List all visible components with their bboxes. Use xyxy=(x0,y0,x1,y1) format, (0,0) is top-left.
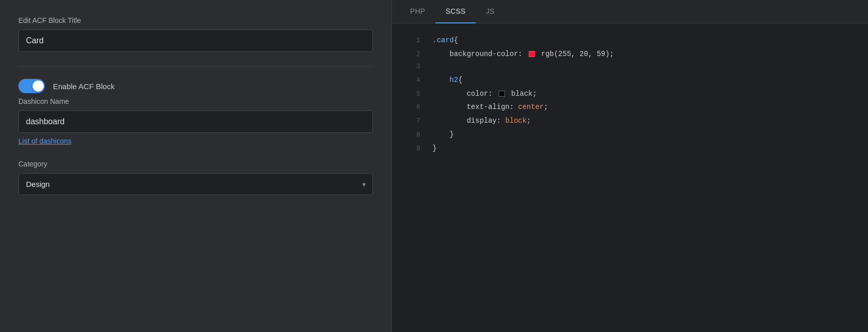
title-field-group: Edit ACF Block Title xyxy=(18,16,373,52)
line-number: 9 xyxy=(402,143,420,155)
line-number: 7 xyxy=(402,115,420,128)
code-line-4: 4 h2{ xyxy=(392,73,868,87)
line-number: 2 xyxy=(402,48,420,61)
toggle-label: Enable ACF Block xyxy=(53,82,115,91)
line-number: 1 xyxy=(402,35,420,47)
color-swatch-black xyxy=(499,91,505,97)
tab-js[interactable]: JS xyxy=(476,0,505,23)
tab-scss[interactable]: SCSS xyxy=(436,0,476,23)
dashicon-label: Dashicon Name xyxy=(18,97,373,105)
tab-php[interactable]: PHP xyxy=(400,0,436,23)
line-number: 5 xyxy=(402,88,420,101)
line-content: display: block; xyxy=(432,114,858,128)
code-line-9: 9 } xyxy=(392,142,868,155)
toggle-thumb xyxy=(33,80,44,92)
category-field-group: Category Design Common Formatting Layout… xyxy=(18,160,373,195)
editor-body: 1 .card{ 2 background-color: rgb(255, 20… xyxy=(392,23,868,332)
editor-tabs: PHP SCSS JS xyxy=(392,0,868,23)
dashicon-link[interactable]: List of dashicons xyxy=(18,137,71,145)
code-line-2: 2 background-color: rgb(255, 20, 59); xyxy=(392,47,868,61)
code-line-7: 7 display: block; xyxy=(392,114,868,128)
line-content: color: black; xyxy=(432,87,858,101)
category-label: Category xyxy=(18,160,373,168)
code-line-5: 5 color: black; xyxy=(392,87,868,101)
category-select-wrapper: Design Common Formatting Layout Widgets … xyxy=(18,173,373,195)
line-number: 3 xyxy=(402,61,420,73)
toggle-row: Enable ACF Block xyxy=(18,79,373,93)
code-line-3: 3 xyxy=(392,61,868,73)
line-content: } xyxy=(432,128,858,142)
enable-toggle[interactable] xyxy=(18,79,45,93)
line-content: .card{ xyxy=(432,34,858,47)
line-content: background-color: rgb(255, 20, 59); xyxy=(432,47,858,61)
right-panel: PHP SCSS JS 1 .card{ 2 background-color:… xyxy=(392,0,868,332)
line-content: } xyxy=(432,142,858,155)
line-number: 8 xyxy=(402,129,420,142)
line-content: text-align: center; xyxy=(432,100,858,114)
line-number: 6 xyxy=(402,101,420,114)
line-content: h2{ xyxy=(432,73,858,87)
title-label: Edit ACF Block Title xyxy=(18,16,373,24)
code-line-8: 8 } xyxy=(392,128,868,142)
left-panel: Edit ACF Block Title Enable ACF Block Da… xyxy=(0,0,392,332)
category-select[interactable]: Design Common Formatting Layout Widgets … xyxy=(18,173,373,195)
code-line-1: 1 .card{ xyxy=(392,34,868,47)
title-input[interactable] xyxy=(18,30,373,52)
code-line-6: 6 text-align: center; xyxy=(392,100,868,114)
line-number: 4 xyxy=(402,74,420,87)
toggle-track[interactable] xyxy=(18,79,45,93)
dashicon-input[interactable] xyxy=(18,110,373,133)
divider-1 xyxy=(18,66,373,67)
color-swatch-red xyxy=(529,51,535,57)
dashicon-field-group: Dashicon Name List of dashicons xyxy=(18,97,373,146)
